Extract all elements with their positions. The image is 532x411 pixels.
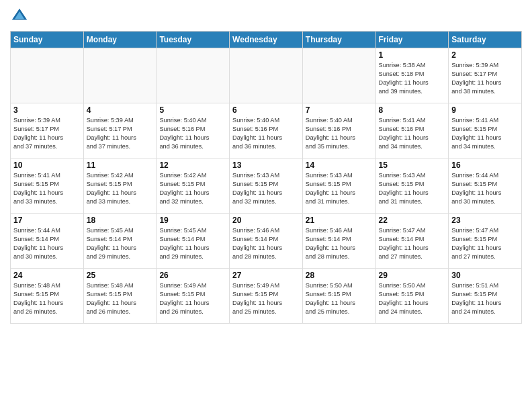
day-number: 17: [13, 216, 81, 225]
week-row-4: 24Sunrise: 5:48 AM Sunset: 5:15 PM Dayli…: [11, 269, 522, 324]
day-number: 4: [87, 105, 154, 115]
day-cell: 14Sunrise: 5:43 AM Sunset: 5:15 PM Dayli…: [302, 158, 375, 214]
day-info: Sunrise: 5:42 AM Sunset: 5:15 PM Dayligh…: [87, 171, 154, 206]
header-monday: Monday: [83, 32, 157, 48]
day-number: 3: [13, 105, 81, 115]
day-number: 5: [159, 105, 226, 115]
day-cell: 4Sunrise: 5:39 AM Sunset: 5:17 PM Daylig…: [83, 103, 157, 158]
day-number: 29: [379, 271, 446, 280]
day-info: Sunrise: 5:43 AM Sunset: 5:15 PM Dayligh…: [232, 171, 300, 206]
day-info: Sunrise: 5:38 AM Sunset: 5:18 PM Dayligh…: [379, 61, 446, 96]
day-number: 1: [379, 50, 446, 60]
header-saturday: Saturday: [449, 32, 522, 48]
day-cell: 16Sunrise: 5:44 AM Sunset: 5:15 PM Dayli…: [449, 158, 522, 214]
day-cell: [11, 48, 84, 103]
day-cell: 21Sunrise: 5:46 AM Sunset: 5:14 PM Dayli…: [302, 214, 375, 269]
day-number: 10: [13, 161, 81, 170]
day-number: 25: [87, 271, 154, 280]
day-cell: 13Sunrise: 5:43 AM Sunset: 5:15 PM Dayli…: [230, 158, 303, 214]
day-cell: 17Sunrise: 5:44 AM Sunset: 5:14 PM Dayli…: [11, 214, 84, 269]
day-cell: 11Sunrise: 5:42 AM Sunset: 5:15 PM Dayli…: [83, 158, 157, 214]
day-number: 12: [159, 161, 226, 170]
day-cell: 23Sunrise: 5:47 AM Sunset: 5:15 PM Dayli…: [449, 214, 522, 269]
day-info: Sunrise: 5:40 AM Sunset: 5:16 PM Dayligh…: [306, 116, 373, 151]
day-cell: [83, 48, 157, 103]
day-info: Sunrise: 5:48 AM Sunset: 5:15 PM Dayligh…: [87, 281, 154, 316]
day-number: 26: [159, 271, 226, 280]
day-info: Sunrise: 5:51 AM Sunset: 5:15 PM Dayligh…: [451, 281, 519, 316]
day-cell: 8Sunrise: 5:41 AM Sunset: 5:16 PM Daylig…: [375, 103, 449, 158]
day-info: Sunrise: 5:46 AM Sunset: 5:14 PM Dayligh…: [232, 226, 300, 261]
day-info: Sunrise: 5:44 AM Sunset: 5:15 PM Dayligh…: [451, 171, 519, 206]
day-info: Sunrise: 5:40 AM Sunset: 5:16 PM Dayligh…: [159, 116, 226, 151]
day-number: 21: [306, 216, 373, 225]
day-info: Sunrise: 5:50 AM Sunset: 5:15 PM Dayligh…: [306, 281, 373, 316]
day-cell: 9Sunrise: 5:41 AM Sunset: 5:15 PM Daylig…: [449, 103, 522, 158]
day-cell: 25Sunrise: 5:48 AM Sunset: 5:15 PM Dayli…: [83, 269, 157, 324]
day-cell: 18Sunrise: 5:45 AM Sunset: 5:14 PM Dayli…: [83, 214, 157, 269]
day-cell: 1Sunrise: 5:38 AM Sunset: 5:18 PM Daylig…: [375, 48, 449, 103]
day-number: 11: [87, 161, 154, 170]
day-info: Sunrise: 5:49 AM Sunset: 5:15 PM Dayligh…: [159, 281, 226, 316]
day-info: Sunrise: 5:40 AM Sunset: 5:16 PM Dayligh…: [232, 116, 300, 151]
day-info: Sunrise: 5:43 AM Sunset: 5:15 PM Dayligh…: [306, 171, 373, 206]
day-info: Sunrise: 5:46 AM Sunset: 5:14 PM Dayligh…: [306, 226, 373, 261]
day-info: Sunrise: 5:47 AM Sunset: 5:15 PM Dayligh…: [451, 226, 519, 261]
day-info: Sunrise: 5:45 AM Sunset: 5:14 PM Dayligh…: [87, 226, 154, 261]
day-info: Sunrise: 5:41 AM Sunset: 5:15 PM Dayligh…: [13, 171, 81, 206]
day-cell: 2Sunrise: 5:39 AM Sunset: 5:17 PM Daylig…: [449, 48, 522, 103]
day-number: 27: [232, 271, 300, 280]
day-number: 28: [306, 271, 373, 280]
header-wednesday: Wednesday: [230, 32, 303, 48]
day-number: 8: [379, 105, 446, 115]
day-info: Sunrise: 5:48 AM Sunset: 5:15 PM Dayligh…: [13, 281, 81, 316]
day-cell: 27Sunrise: 5:49 AM Sunset: 5:15 PM Dayli…: [230, 269, 303, 324]
day-cell: 24Sunrise: 5:48 AM Sunset: 5:15 PM Dayli…: [11, 269, 84, 324]
logo-icon: [10, 7, 29, 26]
week-row-0: 1Sunrise: 5:38 AM Sunset: 5:18 PM Daylig…: [11, 48, 522, 103]
day-number: 24: [13, 271, 81, 280]
day-number: 7: [306, 105, 373, 115]
day-number: 13: [232, 161, 300, 170]
day-number: 18: [87, 216, 154, 225]
calendar-table: SundayMondayTuesdayWednesdayThursdayFrid…: [10, 31, 522, 324]
day-number: 6: [232, 105, 300, 115]
day-cell: 7Sunrise: 5:40 AM Sunset: 5:16 PM Daylig…: [302, 103, 375, 158]
day-cell: 15Sunrise: 5:43 AM Sunset: 5:15 PM Dayli…: [375, 158, 449, 214]
day-info: Sunrise: 5:47 AM Sunset: 5:14 PM Dayligh…: [379, 226, 446, 261]
page-header: [10, 7, 522, 26]
header-thursday: Thursday: [302, 32, 375, 48]
header-row: SundayMondayTuesdayWednesdayThursdayFrid…: [11, 32, 522, 48]
day-number: 23: [451, 216, 519, 225]
day-cell: 3Sunrise: 5:39 AM Sunset: 5:17 PM Daylig…: [11, 103, 84, 158]
day-number: 15: [379, 161, 446, 170]
day-info: Sunrise: 5:45 AM Sunset: 5:14 PM Dayligh…: [159, 226, 226, 261]
day-info: Sunrise: 5:39 AM Sunset: 5:17 PM Dayligh…: [451, 61, 519, 96]
day-number: 30: [451, 271, 519, 280]
day-cell: 20Sunrise: 5:46 AM Sunset: 5:14 PM Dayli…: [230, 214, 303, 269]
header-sunday: Sunday: [11, 32, 84, 48]
day-cell: 12Sunrise: 5:42 AM Sunset: 5:15 PM Dayli…: [157, 158, 230, 214]
day-info: Sunrise: 5:43 AM Sunset: 5:15 PM Dayligh…: [379, 171, 446, 206]
day-cell: 28Sunrise: 5:50 AM Sunset: 5:15 PM Dayli…: [302, 269, 375, 324]
day-info: Sunrise: 5:39 AM Sunset: 5:17 PM Dayligh…: [87, 116, 154, 151]
logo: [10, 7, 32, 26]
day-info: Sunrise: 5:49 AM Sunset: 5:15 PM Dayligh…: [232, 281, 300, 316]
week-row-3: 17Sunrise: 5:44 AM Sunset: 5:14 PM Dayli…: [11, 214, 522, 269]
day-number: 19: [159, 216, 226, 225]
day-info: Sunrise: 5:42 AM Sunset: 5:15 PM Dayligh…: [159, 171, 226, 206]
day-info: Sunrise: 5:44 AM Sunset: 5:14 PM Dayligh…: [13, 226, 81, 261]
header-tuesday: Tuesday: [157, 32, 230, 48]
day-number: 2: [451, 50, 519, 60]
day-info: Sunrise: 5:50 AM Sunset: 5:15 PM Dayligh…: [379, 281, 446, 316]
day-number: 14: [306, 161, 373, 170]
week-row-1: 3Sunrise: 5:39 AM Sunset: 5:17 PM Daylig…: [11, 103, 522, 158]
day-cell: 26Sunrise: 5:49 AM Sunset: 5:15 PM Dayli…: [157, 269, 230, 324]
day-number: 16: [451, 161, 519, 170]
day-cell: 30Sunrise: 5:51 AM Sunset: 5:15 PM Dayli…: [449, 269, 522, 324]
header-friday: Friday: [375, 32, 449, 48]
day-cell: 29Sunrise: 5:50 AM Sunset: 5:15 PM Dayli…: [375, 269, 449, 324]
day-cell: [157, 48, 230, 103]
day-cell: 19Sunrise: 5:45 AM Sunset: 5:14 PM Dayli…: [157, 214, 230, 269]
day-cell: 5Sunrise: 5:40 AM Sunset: 5:16 PM Daylig…: [157, 103, 230, 158]
